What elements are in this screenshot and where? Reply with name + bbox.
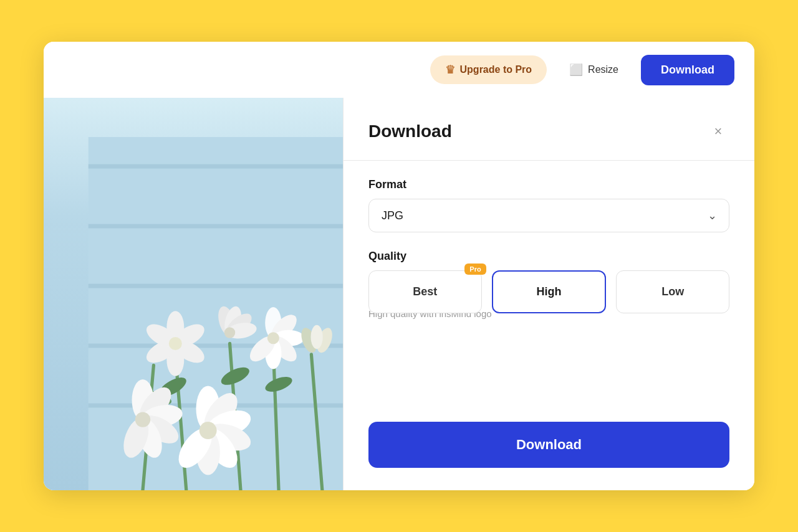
download-toolbar-button[interactable]: Download (641, 55, 734, 85)
svg-point-33 (267, 332, 279, 344)
crown-icon: ♛ (445, 63, 455, 77)
svg-point-26 (224, 327, 235, 338)
upgrade-label: Upgrade to Pro (460, 64, 532, 75)
upgrade-to-pro-button[interactable]: ♛ Upgrade to Pro (430, 55, 547, 84)
download-panel: Download × Format JPG PNG WEBP ⌄ Quality (343, 98, 754, 490)
close-button[interactable]: × (707, 120, 729, 143)
flower-svg (44, 137, 393, 490)
quality-high-label: High (537, 285, 562, 298)
format-section: Format JPG PNG WEBP ⌄ (368, 178, 729, 232)
quality-best-button[interactable]: Pro Best (368, 270, 482, 313)
format-select[interactable]: JPG PNG WEBP (368, 199, 729, 232)
toolbar: ♛ Upgrade to Pro ⬜ Resize Download (44, 42, 754, 98)
panel-header: Download × (368, 120, 729, 143)
image-area (44, 98, 393, 490)
app-container: ♛ Upgrade to Pro ⬜ Resize Download (44, 42, 754, 490)
quality-section: Quality Pro Best High Low High quality w… (368, 250, 729, 319)
quality-best-label: Best (413, 285, 437, 298)
flower-illustration (44, 98, 393, 490)
svg-point-51 (311, 325, 323, 349)
svg-point-21 (169, 337, 182, 350)
format-label: Format (368, 178, 729, 191)
quality-low-button[interactable]: Low (616, 270, 729, 313)
panel-title: Download (368, 121, 452, 141)
quality-label: Quality (368, 250, 729, 263)
format-select-container: JPG PNG WEBP ⌄ (368, 199, 729, 232)
download-main-label: Download (516, 437, 582, 452)
resize-icon: ⬜ (569, 63, 583, 77)
svg-point-40 (135, 412, 150, 427)
close-icon: × (714, 123, 723, 140)
quality-high-button[interactable]: High (492, 270, 607, 313)
quality-low-label: Low (661, 285, 684, 298)
resize-label: Resize (588, 64, 618, 75)
panel-divider (344, 160, 754, 161)
resize-button[interactable]: ⬜ Resize (557, 55, 631, 84)
download-main-button[interactable]: Download (368, 422, 729, 468)
quality-options: Pro Best High Low (368, 270, 729, 313)
download-toolbar-label: Download (661, 64, 714, 76)
pro-badge: Pro (464, 264, 486, 275)
svg-point-48 (200, 422, 217, 439)
